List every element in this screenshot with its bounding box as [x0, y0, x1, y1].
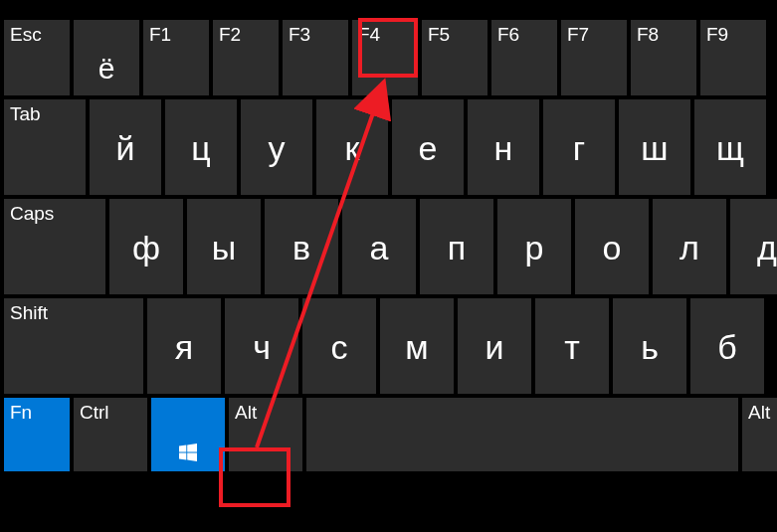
key-label: Esc: [10, 24, 42, 46]
key-n[interactable]: т: [535, 298, 609, 394]
key-label: й: [116, 129, 135, 168]
windows-icon: [179, 443, 197, 461]
key-label: и: [486, 328, 504, 367]
key-v[interactable]: м: [380, 298, 454, 394]
key-esc[interactable]: Esc: [4, 20, 70, 95]
key-label: б: [717, 328, 736, 367]
key-f1[interactable]: F1: [143, 20, 209, 95]
key-label: Ctrl: [80, 402, 109, 424]
keyboard-row-4: Shift я ч с м и т ь б: [4, 298, 777, 394]
key-h[interactable]: р: [497, 199, 571, 294]
key-f5[interactable]: F5: [422, 20, 487, 95]
key-f2[interactable]: F2: [213, 20, 279, 95]
key-label: Tab: [10, 103, 41, 125]
key-label: F1: [149, 24, 171, 46]
key-e[interactable]: у: [241, 99, 312, 195]
key-fn[interactable]: Fn: [4, 398, 70, 471]
key-f[interactable]: а: [342, 199, 416, 294]
key-label: F8: [637, 24, 659, 46]
keyboard-row-function: Esc ё F1 F2 F3 F4 F5 F6 F7 F8 F9: [4, 20, 777, 95]
key-label: ц: [191, 129, 210, 168]
key-o[interactable]: щ: [694, 99, 766, 195]
key-b[interactable]: и: [458, 298, 531, 394]
key-f3[interactable]: F3: [283, 20, 348, 95]
key-label: о: [603, 229, 622, 267]
key-label: м: [405, 328, 428, 367]
key-label: Fn: [10, 402, 32, 424]
key-k[interactable]: л: [653, 199, 726, 294]
key-label: к: [345, 129, 360, 168]
key-space[interactable]: [306, 398, 738, 471]
key-alt-left[interactable]: Alt: [229, 398, 302, 471]
keyboard-row-2: Tab й ц у к е н г ш щ: [4, 99, 777, 195]
key-label: ф: [132, 229, 160, 267]
key-c[interactable]: с: [302, 298, 376, 394]
key-f6[interactable]: F6: [491, 20, 557, 95]
key-a[interactable]: ф: [109, 199, 183, 294]
key-label: F4: [358, 24, 380, 46]
key-f4[interactable]: F4: [352, 20, 418, 95]
key-label: в: [292, 229, 310, 267]
key-label: Alt: [235, 402, 257, 424]
key-f7[interactable]: F7: [561, 20, 627, 95]
key-i[interactable]: ш: [619, 99, 690, 195]
key-w[interactable]: ц: [165, 99, 237, 195]
key-label: д: [757, 229, 777, 267]
key-tab[interactable]: Tab: [4, 99, 86, 195]
key-m[interactable]: ь: [613, 298, 686, 394]
key-label: Alt: [748, 402, 770, 424]
keyboard-row-5: Fn Ctrl Alt Alt: [4, 398, 777, 471]
key-label: F7: [567, 24, 589, 46]
key-label: н: [494, 129, 513, 168]
key-label: с: [331, 328, 348, 367]
key-label: F5: [428, 24, 450, 46]
on-screen-keyboard: Esc ё F1 F2 F3 F4 F5 F6 F7 F8 F9 Tab й ц…: [4, 20, 777, 532]
key-label: п: [448, 229, 466, 267]
key-f8[interactable]: F8: [631, 20, 696, 95]
key-label: я: [175, 328, 193, 367]
key-label: F2: [219, 24, 241, 46]
key-label: р: [525, 229, 544, 267]
key-label: г: [573, 129, 585, 168]
key-label: Caps: [10, 203, 54, 225]
key-label: ш: [641, 129, 668, 168]
key-r[interactable]: к: [316, 99, 388, 195]
key-label: ч: [253, 328, 271, 367]
key-label: у: [269, 129, 286, 168]
key-t[interactable]: е: [392, 99, 464, 195]
key-x[interactable]: ч: [225, 298, 298, 394]
key-label: ы: [212, 229, 236, 267]
key-alt-right[interactable]: Alt: [742, 398, 777, 471]
key-label: ё: [98, 52, 115, 86]
key-windows[interactable]: [151, 398, 225, 471]
key-q[interactable]: й: [90, 99, 161, 195]
key-l[interactable]: д: [730, 199, 777, 294]
key-s[interactable]: ы: [187, 199, 261, 294]
key-label: л: [680, 229, 699, 267]
key-u[interactable]: г: [543, 99, 615, 195]
key-label: ь: [641, 328, 659, 367]
key-f9[interactable]: F9: [700, 20, 766, 95]
key-comma[interactable]: б: [690, 298, 764, 394]
key-label: е: [419, 129, 438, 168]
key-g[interactable]: п: [420, 199, 493, 294]
key-z[interactable]: я: [147, 298, 221, 394]
key-label: F6: [497, 24, 519, 46]
key-ctrl[interactable]: Ctrl: [74, 398, 147, 471]
key-yo[interactable]: ё: [74, 20, 139, 95]
key-shift[interactable]: Shift: [4, 298, 143, 394]
key-caps[interactable]: Caps: [4, 199, 105, 294]
keyboard-row-3: Caps ф ы в а п р о л д: [4, 199, 777, 294]
key-j[interactable]: о: [575, 199, 649, 294]
key-label: а: [370, 229, 389, 267]
key-label: F3: [289, 24, 310, 46]
key-label: Shift: [10, 302, 48, 324]
key-d[interactable]: в: [265, 199, 338, 294]
key-y[interactable]: н: [468, 99, 539, 195]
key-label: т: [564, 328, 580, 367]
key-label: щ: [716, 129, 744, 168]
key-label: F9: [706, 24, 728, 46]
